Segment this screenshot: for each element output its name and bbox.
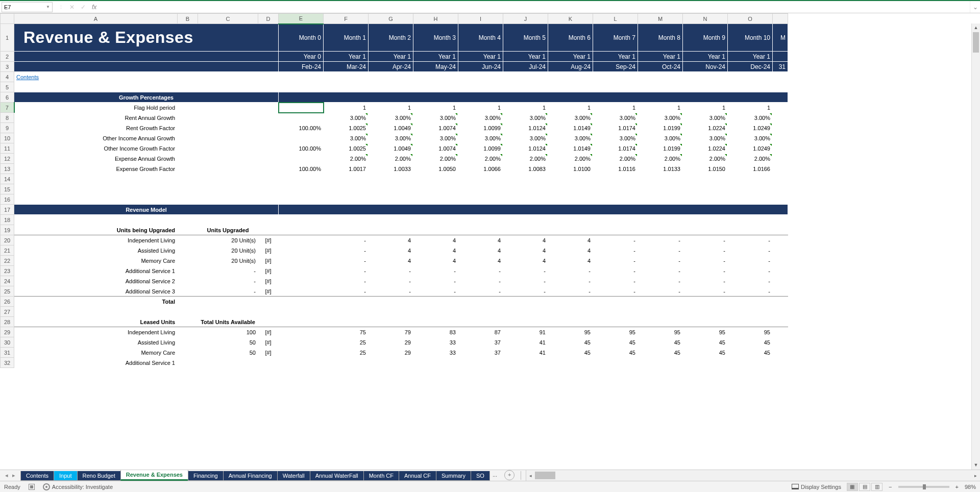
cell-F7[interactable]: 1 [324,103,369,113]
cell-I29[interactable]: 87 [458,327,503,337]
hscroll-thumb[interactable] [535,472,555,479]
cell-I21[interactable]: 4 [458,245,503,256]
row-header-7[interactable]: 7 [1,103,14,113]
cell-J13[interactable]: 1.0083 [503,164,548,174]
cell-O21[interactable]: - [728,245,773,256]
cell-O31[interactable]: 45 [728,348,773,358]
cell-E31[interactable] [279,348,324,358]
sheet-tab-annual-cf[interactable]: Annual CF [399,471,436,481]
cell-H13[interactable]: 1.0050 [413,164,458,174]
cell-E24[interactable] [279,276,324,286]
cell-F23[interactable]: - [324,266,369,276]
row-21-C[interactable]: 20 Unit(s) [198,245,258,256]
cell-E25[interactable] [279,286,324,297]
cell-N7[interactable]: 1 [683,103,728,113]
cell-H8[interactable]: 3.00% [413,113,458,123]
cell-L21[interactable]: - [593,245,638,256]
cell-I22[interactable]: 4 [458,256,503,266]
cell-M29[interactable]: 95 [638,327,683,337]
scroll-down-icon[interactable]: ▼ [972,461,980,470]
formula-input[interactable] [103,2,970,12]
sheet-tab-financing[interactable]: Financing [188,471,224,481]
row-header-26[interactable]: 26 [1,297,14,307]
cell-O12[interactable]: 2.00% [728,154,773,164]
cell-L32[interactable] [593,358,638,368]
cell-L22[interactable]: - [593,256,638,266]
row-31-C[interactable]: 50 [198,348,258,358]
cell-K20[interactable]: 4 [548,235,593,245]
cell-L10[interactable]: 3.00% [593,133,638,143]
cell-H9[interactable]: 1.0074 [413,123,458,133]
cell-J30[interactable]: 41 [503,337,548,348]
row-header-6[interactable]: 6 [1,92,14,103]
cell-L7[interactable]: 1 [593,103,638,113]
row-header-15[interactable]: 15 [1,184,14,194]
cell-K11[interactable]: 1.0149 [548,143,593,154]
row-header-21[interactable]: 21 [1,245,14,256]
cell-J8[interactable]: 3.00% [503,113,548,123]
cell-G11[interactable]: 1.0049 [369,143,413,154]
zoom-slider[interactable] [898,486,949,488]
cell-K13[interactable]: 1.0100 [548,164,593,174]
row-header-31[interactable]: 31 [1,348,14,358]
cell-M7[interactable]: 1 [638,103,683,113]
contents-link[interactable]: Contents [14,72,178,82]
row-header-12[interactable]: 12 [1,154,14,164]
cell-M21[interactable]: - [638,245,683,256]
row-header-5[interactable]: 5 [1,82,14,92]
cell-F13[interactable]: 1.0017 [324,164,369,174]
cell-L23[interactable]: - [593,266,638,276]
cell-N31[interactable]: 45 [683,348,728,358]
cell-L31[interactable]: 45 [593,348,638,358]
cell-F11[interactable]: 1.0025 [324,143,369,154]
cell-M30[interactable]: 45 [638,337,683,348]
cell-E22[interactable] [279,256,324,266]
cell-J24[interactable]: - [503,276,548,286]
cell-M9[interactable]: 1.0199 [638,123,683,133]
cell-K9[interactable]: 1.0149 [548,123,593,133]
row-header-28[interactable]: 28 [1,317,14,327]
cell-G29[interactable]: 79 [369,327,413,337]
row-32-C[interactable] [198,358,258,368]
cell-J29[interactable]: 91 [503,327,548,337]
cell-L25[interactable]: - [593,286,638,297]
cell-G24[interactable]: - [369,276,413,286]
cell-I12[interactable]: 2.00% [458,154,503,164]
column-header-D[interactable]: D [258,14,279,24]
row-29-C[interactable]: 100 [198,327,258,337]
cell-J7[interactable]: 1 [503,103,548,113]
sheet-tab-so[interactable]: SO [471,471,490,481]
cell-N32[interactable] [683,358,728,368]
cell-K10[interactable]: 3.00% [548,133,593,143]
row-header-16[interactable]: 16 [1,194,14,205]
column-header-L[interactable]: L [593,14,638,24]
cell-M20[interactable]: - [638,235,683,245]
cell-F31[interactable]: 25 [324,348,369,358]
column-header-F[interactable]: F [324,14,369,24]
sheet-tab-revenue-expenses[interactable]: Revenue & Expenses [120,470,188,481]
column-header-O[interactable]: O [728,14,773,24]
cell-I9[interactable]: 1.0099 [458,123,503,133]
column-header-G[interactable]: G [369,14,413,24]
cell-E8[interactable] [279,113,324,123]
cell-G32[interactable] [369,358,413,368]
column-header-B[interactable]: B [178,14,198,24]
cell-K30[interactable]: 45 [548,337,593,348]
cell-K32[interactable] [548,358,593,368]
cell-K22[interactable]: 4 [548,256,593,266]
cell-N8[interactable]: 3.00% [683,113,728,123]
cell-G12[interactable]: 2.00% [369,154,413,164]
cell-L30[interactable]: 45 [593,337,638,348]
cell-H24[interactable]: - [413,276,458,286]
cell-E29[interactable] [279,327,324,337]
cell-F10[interactable]: 3.00% [324,133,369,143]
view-normal-icon[interactable]: ▦ [847,483,858,491]
cell-F32[interactable] [324,358,369,368]
fx-icon[interactable]: fx [92,4,96,11]
dropdown-icon[interactable]: ⋮ [59,5,63,10]
cell-E9[interactable]: 100.00% [279,123,324,133]
horizontal-scrollbar[interactable]: ◂ ▸ [526,470,980,481]
cell-M24[interactable]: - [638,276,683,286]
macro-record-icon[interactable] [29,484,35,490]
row-header-9[interactable]: 9 [1,123,14,133]
